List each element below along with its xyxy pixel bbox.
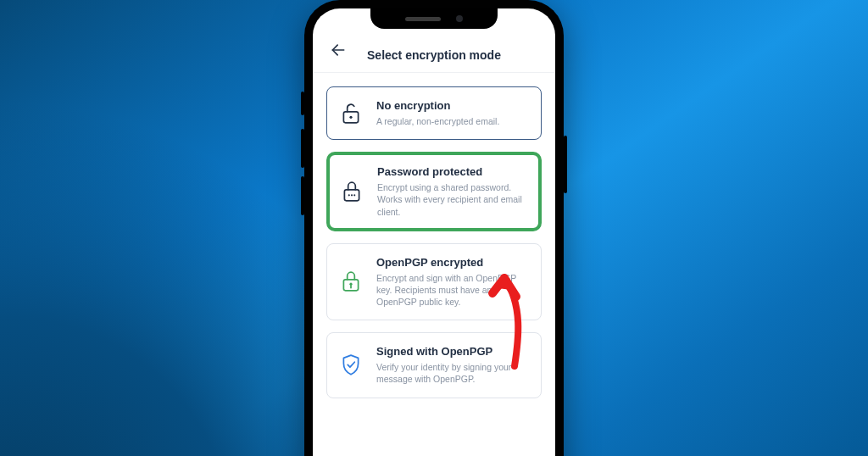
phone-side-button bbox=[301, 129, 304, 168]
phone-notch bbox=[370, 8, 498, 29]
locked-padlock-icon bbox=[337, 256, 364, 309]
phone-screen: Select encryption mode No encryption A r… bbox=[313, 8, 555, 456]
svg-point-2 bbox=[349, 115, 352, 118]
option-title: OpenPGP encrypted bbox=[376, 256, 529, 269]
option-signed-openpgp[interactable]: Signed with OpenPGP Verify your identity… bbox=[326, 332, 542, 398]
back-arrow-icon bbox=[330, 42, 347, 58]
back-button[interactable] bbox=[326, 38, 350, 62]
phone-speaker bbox=[405, 17, 441, 21]
option-no-encryption[interactable]: No encryption A regular, non-encrypted e… bbox=[326, 86, 542, 140]
phone-side-button bbox=[564, 136, 567, 193]
phone-side-button bbox=[301, 92, 304, 115]
option-title: Signed with OpenPGP bbox=[376, 345, 529, 358]
option-desc: A regular, non-encrypted email. bbox=[376, 115, 529, 127]
option-title: Password protected bbox=[377, 165, 528, 178]
svg-point-4 bbox=[348, 194, 350, 196]
svg-point-6 bbox=[353, 194, 355, 196]
padlock-password-icon bbox=[338, 165, 365, 218]
option-title: No encryption bbox=[376, 99, 529, 112]
shield-check-icon bbox=[337, 345, 364, 385]
phone-mockup: Select encryption mode No encryption A r… bbox=[304, 0, 564, 456]
option-desc: Encrypt and sign with an OpenPGP key. Re… bbox=[376, 272, 529, 309]
option-openpgp-encrypted[interactable]: OpenPGP encrypted Encrypt and sign with … bbox=[326, 243, 542, 321]
option-password-protected[interactable]: Password protected Encrypt using a share… bbox=[326, 152, 542, 231]
encryption-options-list: No encryption A regular, non-encrypted e… bbox=[313, 73, 555, 398]
phone-camera bbox=[456, 15, 463, 22]
open-padlock-icon bbox=[337, 99, 364, 127]
svg-point-5 bbox=[351, 194, 353, 196]
option-desc: Encrypt using a shared password. Works w… bbox=[377, 181, 528, 218]
option-desc: Verify your identity by signing your mes… bbox=[376, 361, 529, 385]
phone-side-button bbox=[301, 176, 304, 215]
